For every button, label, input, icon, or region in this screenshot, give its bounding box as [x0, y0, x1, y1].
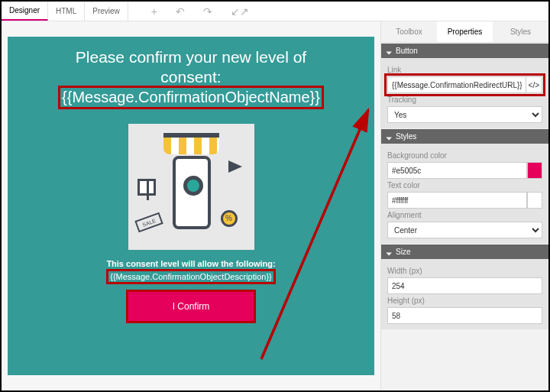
redo-icon[interactable]: ↷ [203, 5, 212, 18]
svg-line-0 [261, 110, 368, 359]
link-input[interactable] [387, 76, 526, 93]
token-confirmation-name[interactable]: {{Message.ConfirmationObjectName}} [60, 88, 322, 107]
tab-html[interactable]: HTML [48, 2, 85, 21]
label-bgcolor: Background color [387, 151, 542, 160]
panel-tabbar: Toolbox Properties Styles [381, 21, 548, 43]
app-window: Designer HTML Preview + ↶ ↷ ↙↗ Please co… [0, 0, 550, 392]
subtitle: This consent level will allow the follow… [21, 259, 361, 268]
main-body: Please confirm your new level of consent… [2, 21, 548, 390]
bgcolor-swatch[interactable] [527, 162, 542, 179]
label-width: Width (px) [387, 267, 542, 275]
megaphone-icon [228, 160, 242, 173]
textcolor-input[interactable] [387, 192, 527, 209]
tab-properties[interactable]: Properties [437, 21, 493, 42]
top-tabbar: Designer HTML Preview + ↶ ↷ ↙↗ [2, 2, 548, 21]
gift-icon [138, 179, 156, 196]
undo-icon[interactable]: ↶ [176, 5, 185, 18]
add-icon[interactable]: + [151, 5, 157, 18]
height-input[interactable] [387, 307, 542, 324]
code-editor-icon[interactable]: </> [526, 76, 542, 93]
tab-preview[interactable]: Preview [85, 2, 128, 21]
label-alignment: Alignment [387, 211, 542, 219]
alignment-select[interactable]: Center [387, 222, 542, 238]
tab-toolbox[interactable]: Toolbox [381, 21, 437, 42]
headline-line1: Please confirm your new level of [21, 47, 361, 67]
label-tracking: Tracking [387, 96, 542, 104]
section-size[interactable]: Size [381, 245, 548, 259]
textcolor-swatch[interactable] [527, 192, 542, 209]
label-height: Height (px) [387, 296, 542, 305]
canvas-area: Please confirm your new level of consent… [2, 21, 380, 390]
headline-line2: consent: [21, 67, 361, 87]
token-confirmation-desc[interactable]: {{Message.ConfirmationObjectDescription}… [108, 271, 273, 282]
label-textcolor: Text color [387, 181, 542, 190]
illustration: % SALE [128, 124, 254, 250]
awning-icon [163, 133, 219, 154]
tab-designer[interactable]: Designer [2, 2, 48, 21]
sale-tag-icon: SALE [134, 212, 163, 232]
bgcolor-input[interactable] [387, 162, 527, 179]
collapse-icon[interactable]: ↙↗ [231, 5, 249, 18]
tab-styles[interactable]: Styles [493, 21, 548, 42]
width-input[interactable] [387, 277, 542, 294]
phone-icon [173, 156, 211, 229]
confirm-button[interactable]: I Confirm [128, 292, 254, 321]
discount-icon: % [221, 210, 238, 227]
section-styles[interactable]: Styles [381, 129, 548, 144]
tracking-select[interactable]: Yes [387, 106, 542, 123]
right-panel: Toolbox Properties Styles Button Link </… [380, 21, 548, 390]
panel-scroll[interactable]: Button Link </> Tracking Yes Styles Back… [381, 43, 548, 390]
target-icon [183, 176, 203, 196]
section-button[interactable]: Button [381, 44, 548, 58]
email-canvas[interactable]: Please confirm your new level of consent… [8, 37, 374, 375]
label-link: Link [387, 66, 542, 74]
